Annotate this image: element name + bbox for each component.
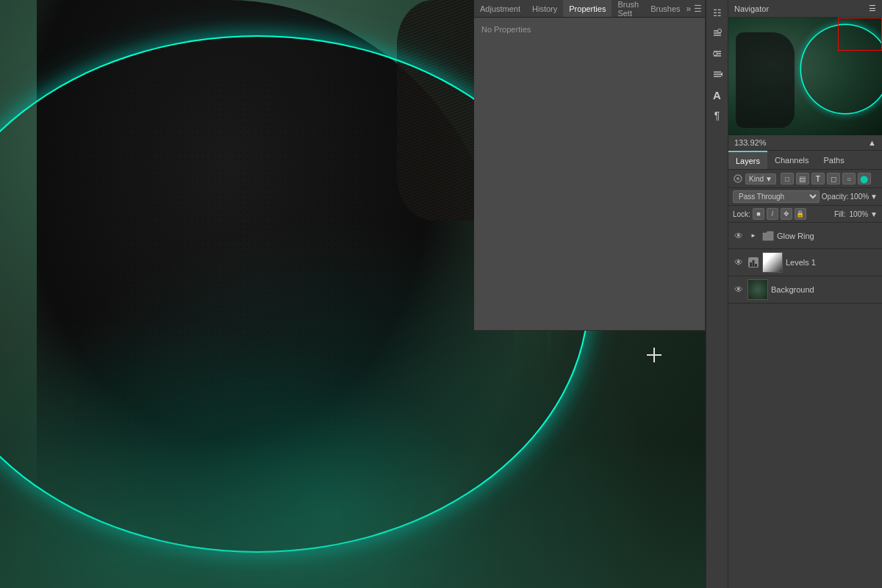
lock-icons: ■ / ✥ 🔒 [753, 208, 806, 220]
no-properties-label: No Properties [481, 25, 531, 34]
filter-active-btn[interactable]: ⬤ [858, 173, 871, 184]
tab-channels[interactable]: Channels [767, 151, 816, 169]
navigator-preview [728, 18, 882, 135]
properties-content: No Properties [474, 18, 705, 41]
layer-item-background[interactable]: 👁 Background [728, 276, 882, 304]
filter-adjust-btn[interactable]: ▤ [796, 173, 809, 184]
filter-funnel-icon [733, 173, 743, 184]
layer-item-glow-ring[interactable]: 👁 ► Glow Ring [728, 223, 882, 249]
fill-value[interactable]: 100% [850, 210, 869, 218]
tab-layers[interactable]: Layers [728, 151, 767, 169]
toolbar-icon-paragraph[interactable]: ¶ [709, 107, 725, 123]
layer-visibility-background[interactable]: 👁 [733, 284, 745, 295]
tab-history[interactable]: History [526, 0, 563, 17]
lock-row: Lock: ■ / ✥ 🔒 Fill: 100% ▼ [728, 206, 882, 223]
tab-paths[interactable]: Paths [817, 151, 852, 169]
layer-thumb-levels [762, 252, 783, 273]
tab-more-icon[interactable]: » [686, 4, 692, 14]
svg-rect-17 [755, 264, 757, 267]
toolbar-icon-text[interactable]: A [709, 87, 725, 103]
layer-expand-arrow[interactable]: ► [747, 230, 759, 242]
lock-label: Lock: [733, 210, 750, 218]
svg-point-6 [713, 52, 717, 56]
svg-point-3 [717, 29, 721, 33]
layer-name-levels: Levels 1 [786, 258, 878, 267]
folder-icon [762, 230, 774, 242]
blend-mode-row: Pass Through Normal Multiply Screen Over… [728, 188, 882, 206]
nav-figure-silhouette [736, 32, 795, 128]
tab-adjustment[interactable]: Adjustment [474, 0, 526, 17]
layer-name-glow-ring: Glow Ring [777, 232, 878, 240]
filter-text-btn[interactable]: T [811, 173, 825, 184]
bottom-gradient [0, 441, 728, 588]
filter-smart-btn[interactable]: ○ [842, 173, 856, 184]
tab-extra-controls: » ☰ [686, 4, 706, 14]
opacity-value[interactable]: 100% [850, 193, 870, 201]
lock-all-btn[interactable]: 🔒 [795, 208, 806, 220]
zoom-arrow-up[interactable]: ▲ [868, 138, 876, 147]
toolbar-icon-4[interactable] [709, 66, 725, 82]
right-panel: Navigator ☰ 133.92% ▲ Layers Channels Pa… [728, 0, 882, 588]
lock-draw-btn[interactable]: / [767, 208, 778, 220]
filter-pixel-btn[interactable]: □ [781, 173, 794, 184]
main-area: Adjustment History Properties Brush Sett… [0, 0, 882, 588]
right-toolbar: ☷ A ¶ [706, 0, 728, 588]
opacity-control: Opacity: 100% ▼ [822, 193, 878, 201]
layer-name-background: Background [771, 285, 878, 294]
layers-list: 👁 ► Glow Ring 👁 [728, 223, 882, 588]
layer-thumb-background [747, 279, 768, 300]
filter-shape-btn[interactable]: ◻ [827, 173, 840, 184]
navigator-header: Navigator ☰ [728, 0, 882, 18]
lock-position-btn[interactable]: ✥ [781, 208, 792, 220]
tab-menu-icon[interactable]: ☰ [694, 4, 702, 14]
toolbar-icon-2[interactable] [709, 25, 725, 41]
crosshair-cursor [647, 348, 662, 362]
zoom-bar: 133.92% ▲ [728, 135, 882, 151]
tab-brush-settings[interactable]: Brush Sett [612, 0, 645, 17]
filter-kind-dropdown[interactable]: Kind ▼ [745, 173, 776, 184]
toolbar-icon-1[interactable]: ☷ [709, 4, 725, 21]
svg-marker-11 [720, 72, 723, 76]
svg-rect-15 [750, 262, 752, 267]
navigator-menu-icon[interactable]: ☰ [869, 4, 876, 13]
toolbar-icon-3[interactable] [709, 46, 725, 62]
opacity-label: Opacity: [822, 193, 849, 201]
levels-adjust-icon [747, 257, 759, 268]
properties-panel: Adjustment History Properties Brush Sett… [474, 0, 706, 331]
layers-filter-row: Kind ▼ □ ▤ T ◻ ○ ⬤ [728, 170, 882, 188]
tab-properties[interactable]: Properties [563, 0, 612, 17]
layer-item-levels[interactable]: 👁 Levels 1 [728, 249, 882, 276]
layer-visibility-levels[interactable]: 👁 [733, 257, 745, 268]
properties-tabs: Adjustment History Properties Brush Sett… [474, 0, 705, 18]
lock-pixels-btn[interactable]: ■ [753, 208, 764, 220]
svg-point-13 [736, 177, 739, 180]
fill-label: Fill: [834, 210, 846, 218]
navigator-title: Navigator [734, 4, 769, 13]
nav-preview-image [728, 18, 882, 135]
opacity-arrow[interactable]: ▼ [870, 193, 878, 201]
blend-mode-dropdown[interactable]: Pass Through Normal Multiply Screen Over… [733, 190, 820, 203]
zoom-level: 133.92% [734, 138, 766, 147]
fill-arrow[interactable]: ▼ [870, 210, 878, 218]
svg-rect-16 [753, 260, 755, 267]
layer-visibility-glow-ring[interactable]: 👁 [733, 230, 745, 242]
layers-tabs: Layers Channels Paths [728, 151, 882, 170]
nav-viewport-rect[interactable] [838, 18, 882, 51]
tab-brushes[interactable]: Brushes [645, 0, 686, 17]
filter-icon-group: □ ▤ T ◻ ○ ⬤ [781, 173, 871, 184]
